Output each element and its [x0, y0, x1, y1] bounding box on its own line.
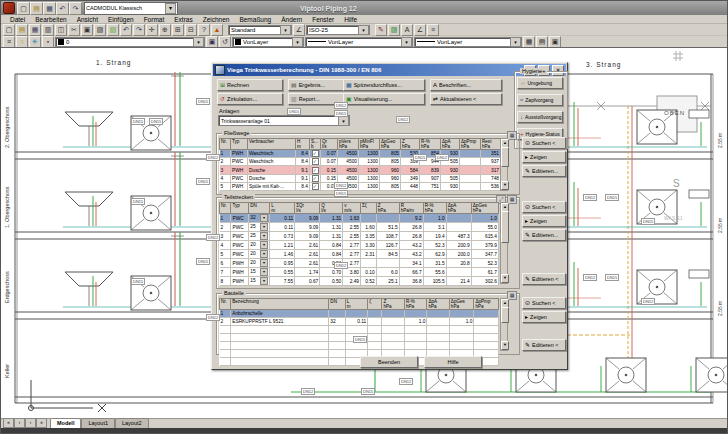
- dimension-icon[interactable]: ∠: [414, 24, 426, 36]
- plot-preview-icon[interactable]: ◫: [55, 24, 67, 36]
- viptool-icon[interactable]: ▲: [211, 24, 223, 36]
- column-header[interactable]: RhPa/m: [399, 203, 423, 214]
- cell[interactable]: [329, 310, 345, 318]
- cell[interactable]: 36.8: [399, 277, 423, 286]
- cell[interactable]: 15▾: [249, 268, 270, 277]
- cell[interactable]: 15▾: [249, 277, 270, 286]
- toolbox-icon[interactable]: ▣: [549, 36, 561, 48]
- tab-nav-icon[interactable]: ›: [25, 418, 36, 428]
- cell[interactable]: Spüle mit Kalt-...: [248, 182, 296, 190]
- cell[interactable]: [427, 334, 449, 342]
- table-row[interactable]: 5PWHSpüle mit Kalt-...8.4✓0.074500130080…: [220, 182, 501, 190]
- layer-combo[interactable]: 0 ▾: [55, 37, 205, 47]
- cell[interactable]: [376, 214, 399, 223]
- cell[interactable]: [329, 350, 345, 358]
- cell[interactable]: 21.4: [446, 277, 471, 286]
- cell[interactable]: 379.9: [471, 241, 498, 250]
- cell[interactable]: 20▾: [249, 241, 270, 250]
- column-header[interactable]: vm/s: [343, 203, 361, 214]
- chevron-down-icon[interactable]: ▾: [260, 259, 268, 267]
- cell[interactable]: 7.55: [270, 277, 295, 286]
- table-row[interactable]: 8PWH15▾7.550.670.502.490.5225.136.8105.5…: [220, 277, 499, 286]
- cell[interactable]: 0.73: [270, 232, 295, 241]
- cell[interactable]: 3.30: [361, 241, 377, 250]
- cell[interactable]: Anbohrschelle: [231, 310, 329, 318]
- cell[interactable]: [382, 334, 404, 342]
- column-header[interactable]: DN: [249, 203, 270, 214]
- menu-item[interactable]: Extras: [169, 16, 197, 23]
- hatch-icon[interactable]: ▨: [388, 24, 400, 36]
- cell[interactable]: ✓: [310, 166, 321, 174]
- cell[interactable]: PWH: [231, 268, 249, 277]
- cell[interactable]: 584: [401, 166, 420, 174]
- column-header[interactable]: Lm: [270, 203, 295, 214]
- column-header[interactable]: ZhPa: [401, 139, 420, 150]
- cell[interactable]: 31.5: [423, 259, 446, 268]
- cell[interactable]: 2.61: [295, 241, 320, 250]
- cell[interactable]: PWH: [231, 150, 248, 158]
- color-combo[interactable]: VonLayer ▾: [232, 37, 304, 47]
- cell[interactable]: 1.31: [320, 223, 343, 232]
- beschriften-button[interactable]: ABeschriften...: [430, 79, 502, 91]
- cell[interactable]: 20▾: [249, 250, 270, 259]
- cell[interactable]: Dusche: [248, 174, 296, 182]
- copy-icon[interactable]: ▣: [81, 24, 93, 36]
- cell[interactable]: 4500: [338, 166, 359, 174]
- scroll-down-icon[interactable]: ▼: [501, 274, 509, 283]
- cell[interactable]: [220, 334, 231, 342]
- chevron-down-icon[interactable]: ▾: [292, 37, 303, 47]
- cell[interactable]: 0.95: [270, 259, 295, 268]
- cell[interactable]: PWC: [231, 223, 249, 232]
- column-header[interactable]: Verbraucher: [248, 139, 296, 150]
- cell[interactable]: ✓: [310, 182, 321, 190]
- cell[interactable]: 907: [420, 174, 441, 182]
- tab-nav-icon[interactable]: ‹: [14, 418, 25, 428]
- column-header[interactable]: Ql/s: [320, 203, 343, 214]
- column-header[interactable]: ΔpAhPa: [441, 139, 460, 150]
- menu-item[interactable]: Bearbeiten: [30, 16, 71, 23]
- cell[interactable]: 505: [441, 174, 460, 182]
- cell[interactable]: [460, 166, 481, 174]
- cell[interactable]: PWC: [231, 214, 249, 223]
- cell[interactable]: [382, 326, 404, 334]
- cell[interactable]: 805: [380, 158, 401, 166]
- chevron-down-icon[interactable]: ▾: [165, 3, 176, 14]
- table-row[interactable]: 4PWC20▾1.212.610.842.773.30126.743.252.3…: [220, 241, 499, 250]
- table-row[interactable]: 3PWHDusche9.1✓0.154500130096058483993031…: [220, 166, 501, 174]
- table-row[interactable]: 7PWH15▾0.551.740.703.800.106.066.755.661…: [220, 268, 499, 277]
- column-header[interactable]: ΔpGeohPa: [380, 139, 401, 150]
- column-header[interactable]: Hm: [296, 139, 310, 150]
- cell[interactable]: 960: [380, 174, 401, 182]
- table-row[interactable]: 1Anbohrschelle: [220, 310, 499, 318]
- cell[interactable]: [329, 334, 345, 342]
- cell[interactable]: 1.31: [320, 214, 343, 223]
- cell[interactable]: 960: [380, 166, 401, 174]
- cell[interactable]: 615.4: [471, 232, 498, 241]
- cell[interactable]: 9.09: [295, 232, 320, 241]
- cell[interactable]: 19.4: [423, 232, 446, 241]
- cell[interactable]: 126.7: [376, 241, 399, 250]
- cell[interactable]: 351: [481, 150, 501, 158]
- cell[interactable]: [474, 326, 499, 334]
- cell[interactable]: [460, 158, 481, 166]
- cell[interactable]: PWC: [231, 158, 248, 166]
- visualisierung-button[interactable]: ▣Visualisierung...: [343, 93, 425, 105]
- save-icon[interactable]: ▦: [43, 2, 56, 15]
- cell[interactable]: 2.31: [361, 250, 377, 259]
- chevron-down-icon[interactable]: ▾: [260, 250, 268, 258]
- cell[interactable]: [404, 310, 426, 318]
- column-header[interactable]: R-%hPa: [423, 203, 446, 214]
- save-file-icon[interactable]: ▦: [29, 24, 41, 36]
- cell[interactable]: [449, 326, 474, 334]
- make-layer-current-icon[interactable]: ▣: [206, 36, 218, 48]
- cell[interactable]: 9.2: [399, 214, 423, 223]
- cell[interactable]: [220, 358, 231, 366]
- column-header[interactable]: ZhPa: [376, 203, 399, 214]
- cell[interactable]: 4: [220, 241, 231, 250]
- column-header[interactable]: Qrl/s: [321, 139, 338, 150]
- paper-space-icon[interactable]: ▤: [536, 36, 548, 48]
- cell[interactable]: 3: [220, 232, 231, 241]
- cell[interactable]: [231, 334, 329, 342]
- column-header[interactable]: ZhPa: [382, 299, 404, 310]
- cell[interactable]: 1: [220, 214, 231, 223]
